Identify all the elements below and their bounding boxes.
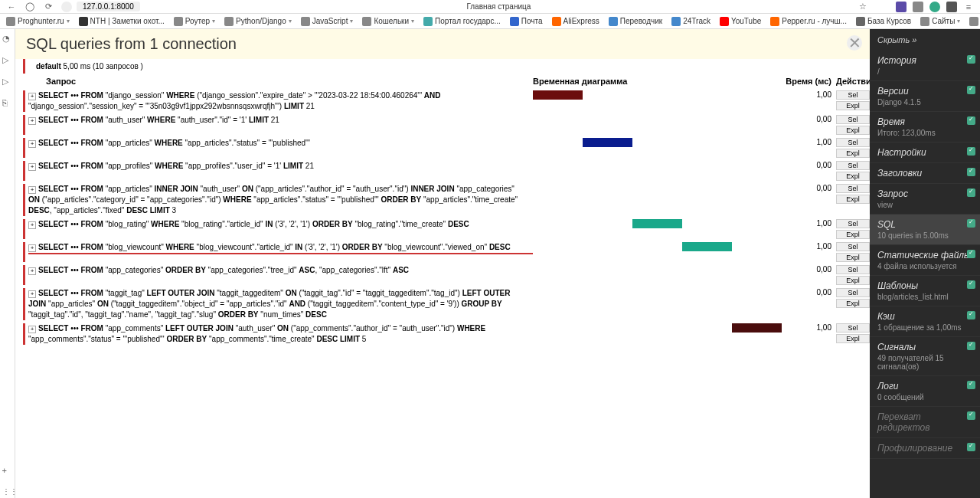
bookmark-item[interactable]: Переводчик [609, 17, 662, 26]
sel-button[interactable]: Sel [836, 161, 870, 170]
toolbar-section[interactable]: ▶SQL10 queries in 5.00ms [870, 215, 980, 245]
reload-button[interactable]: ⟳ [43, 2, 54, 12]
ext-icon-2[interactable] [913, 2, 923, 12]
rail-icon-4[interactable]: ⎘ [2, 98, 13, 109]
expand-toggle[interactable]: + [28, 244, 36, 252]
bookmark-icon[interactable]: ☆ [858, 2, 868, 12]
bookmark-item[interactable]: NTH | Заметки охот... [79, 17, 165, 26]
ext-icon-3[interactable] [929, 2, 940, 12]
section-checkbox[interactable] [967, 86, 975, 94]
hide-toolbar-button[interactable]: Скрыть » [870, 29, 980, 51]
section-checkbox[interactable] [967, 219, 975, 228]
sql-text: 21 [304, 102, 315, 110]
ext-icon-1[interactable] [896, 2, 906, 12]
bookmark-item[interactable]: Proghunter.ru▾ [6, 17, 70, 26]
section-checkbox[interactable] [967, 381, 975, 389]
site-info-icon[interactable] [61, 2, 72, 12]
bookmark-item[interactable]: Сайты▾ [920, 17, 960, 26]
expand-toggle[interactable]: + [28, 267, 36, 275]
bookmark-item[interactable]: Почта [510, 17, 543, 26]
section-checkbox[interactable] [967, 411, 975, 420]
bookmark-item[interactable]: Роутер▾ [174, 17, 215, 26]
bookmark-item[interactable]: GitHub▾ [969, 17, 980, 26]
toolbar-section[interactable]: Логи0 сообщений [870, 376, 980, 407]
bookmark-item[interactable]: База Курсов [856, 17, 911, 26]
toolbar-section[interactable]: Заголовки [870, 163, 980, 184]
toolbar-section[interactable]: Кэш1 обращение за 1,00ms [870, 306, 980, 337]
sql-text: "app_comments"."time_create" [207, 335, 316, 343]
bookmark-item[interactable]: 24Track [671, 17, 710, 26]
section-checkbox[interactable] [967, 250, 975, 258]
sel-button[interactable]: Sel [836, 242, 870, 251]
rail-icon-3[interactable]: ▷ [2, 77, 13, 87]
section-checkbox[interactable] [967, 188, 975, 197]
row-color-bar [23, 242, 25, 262]
expl-button[interactable]: Expl [836, 334, 870, 343]
expl-button[interactable]: Expl [836, 101, 870, 110]
toolbar-section[interactable]: Настройки [870, 143, 980, 163]
section-checkbox[interactable] [967, 116, 975, 125]
section-checkbox[interactable] [967, 55, 975, 64]
section-checkbox[interactable] [967, 168, 975, 176]
back-button[interactable]: ← [6, 2, 17, 12]
sel-button[interactable]: Sel [836, 323, 870, 333]
toolbar-section[interactable]: ВремяИтого: 123,00ms [870, 112, 980, 143]
sel-button[interactable]: Sel [836, 115, 870, 124]
bookmark-item[interactable]: Портал государс... [423, 17, 501, 26]
expl-button[interactable]: Expl [836, 172, 870, 181]
user-button[interactable]: ◯ [24, 2, 35, 12]
sel-button[interactable]: Sel [836, 219, 870, 228]
expl-button[interactable]: Expl [836, 195, 870, 204]
expand-toggle[interactable]: + [28, 93, 36, 100]
expl-button[interactable]: Expl [836, 276, 870, 285]
sql-text: "taggit_taggeditem" [214, 289, 285, 297]
toolbar-section[interactable]: Сигналы49 получателей 15 сигнала(ов) [870, 337, 980, 376]
section-checkbox[interactable] [967, 147, 975, 156]
toolbar-section[interactable]: Шаблоныblog/articles_list.html [870, 276, 980, 306]
expl-button[interactable]: Expl [836, 299, 870, 308]
expl-button[interactable]: Expl [836, 126, 870, 135]
expl-button[interactable]: Expl [836, 253, 870, 262]
sel-button[interactable]: Sel [836, 138, 870, 147]
section-checkbox[interactable] [967, 443, 975, 451]
sel-button[interactable]: Sel [836, 90, 870, 100]
sel-button[interactable]: Sel [836, 288, 870, 297]
toolbar-section[interactable]: Профилирование [870, 438, 980, 459]
toolbar-section[interactable]: Запросview [870, 184, 980, 215]
expl-button[interactable]: Expl [836, 230, 870, 239]
bookmark-label: 24Track [683, 17, 710, 25]
toolbar-section[interactable]: История/ [870, 51, 980, 81]
bookmark-item[interactable]: AliExpress [552, 17, 599, 26]
expand-toggle[interactable]: + [28, 117, 36, 125]
sql-text: 21 [269, 116, 279, 124]
expl-button[interactable]: Expl [836, 149, 870, 158]
bookmark-item[interactable]: YouTube [720, 17, 761, 26]
expand-toggle[interactable]: + [28, 326, 36, 333]
rail-more-icon[interactable]: ⋮⋮ [2, 487, 13, 498]
expand-toggle[interactable]: + [28, 163, 36, 171]
section-checkbox[interactable] [967, 311, 975, 319]
rail-icon-2[interactable]: ▷ [2, 55, 13, 66]
sel-button[interactable]: Sel [836, 265, 870, 274]
expand-toggle[interactable]: + [28, 290, 36, 298]
toolbar-section[interactable]: Перехват редиректов [870, 407, 980, 438]
bookmark-item[interactable]: JavaScript▾ [301, 17, 354, 26]
section-checkbox[interactable] [967, 342, 975, 350]
expand-toggle[interactable]: + [28, 186, 36, 194]
rail-add-icon[interactable]: + [2, 466, 13, 477]
favicon-icon [720, 17, 729, 26]
rail-icon-1[interactable]: ◔ [2, 34, 13, 44]
menu-icon[interactable]: ≡ [963, 2, 974, 12]
bookmark-item[interactable]: Python/Django▾ [224, 17, 292, 26]
expand-toggle[interactable]: + [28, 221, 36, 229]
ext-icon-4[interactable] [946, 2, 957, 12]
close-panel-button[interactable]: ✕ [847, 35, 862, 51]
toolbar-section[interactable]: ВерсииDjango 4.1.5 [870, 81, 980, 112]
sel-button[interactable]: Sel [836, 184, 870, 193]
toolbar-section[interactable]: Статические файлы4 файла используется [870, 245, 980, 276]
bookmark-item[interactable]: Кошельки▾ [362, 17, 414, 26]
section-checkbox[interactable] [967, 280, 975, 289]
address-bar[interactable]: 127.0.0.1:8000 [77, 2, 140, 11]
expand-toggle[interactable]: + [28, 140, 36, 148]
bookmark-item[interactable]: Pepper.ru - лучш... [770, 17, 847, 26]
